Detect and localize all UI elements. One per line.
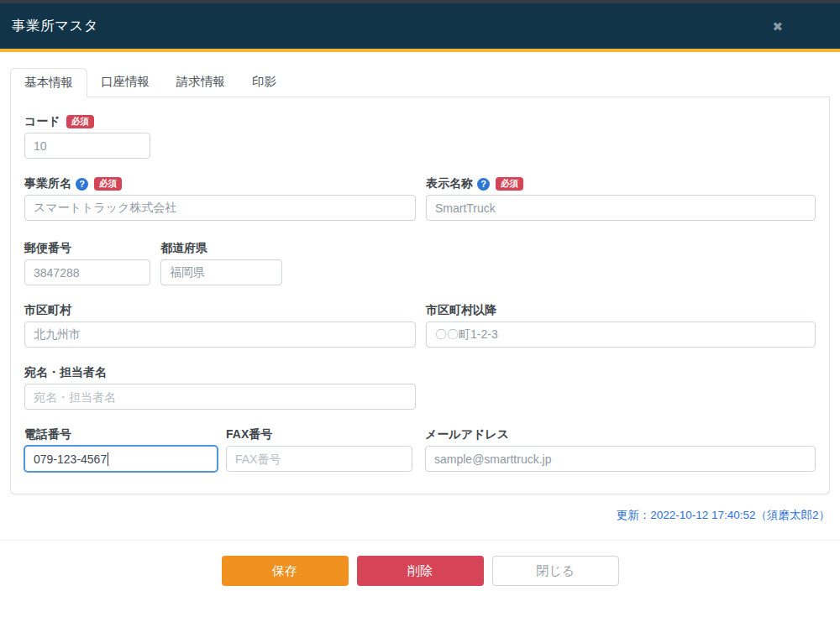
code-input[interactable] [24, 133, 150, 159]
field-fax: FAX番号 [226, 427, 412, 472]
fax-input[interactable] [226, 446, 412, 472]
delete-button[interactable]: 削除 [357, 556, 484, 586]
field-postal-code: 郵便番号 [24, 241, 150, 285]
tab-account-info[interactable]: 口座情報 [87, 68, 163, 97]
footer-buttons: 保存 削除 閉じる [0, 556, 840, 586]
phone-label: 電話番号 [24, 427, 71, 442]
postal-code-label: 郵便番号 [24, 241, 71, 256]
code-label: コード [24, 114, 60, 129]
row-contact: 電話番号 079-123-4567 FAX番号 メールアドレス [24, 427, 816, 472]
row-postal: 郵便番号 都道府県 [24, 241, 816, 285]
footer-divider [0, 540, 840, 541]
address-after-city-label: 市区町村以降 [426, 303, 496, 318]
help-icon[interactable]: ? [477, 178, 490, 191]
required-badge: 必須 [496, 177, 523, 191]
row-city: 市区町村 市区町村以降 [24, 303, 816, 348]
close-button[interactable]: 閉じる [492, 556, 619, 586]
email-label: メールアドレス [425, 427, 509, 442]
tab-seal[interactable]: 印影 [239, 68, 290, 97]
tab-bar: 基本情報 口座情報 請求情報 印影 [10, 68, 830, 97]
attention-name-label: 宛名・担当者名 [24, 365, 107, 380]
postal-code-input[interactable] [24, 259, 150, 285]
modal-title: 事業所マスタ [12, 17, 98, 35]
field-city: 市区町村 [24, 303, 416, 348]
field-display-name: 表示名称 ? 必須 [426, 176, 816, 221]
tab-billing-info[interactable]: 請求情報 [163, 68, 239, 97]
modal-body: 基本情報 口座情報 請求情報 印影 コード 必須 事業所名 ? 必須 [0, 68, 840, 494]
updated-timestamp: 更新：2022-10-12 17:40:52（須磨太郎2） [0, 508, 840, 523]
row-names: 事業所名 ? 必須 表示名称 ? 必須 [24, 176, 816, 221]
field-email: メールアドレス [425, 427, 816, 472]
address-after-city-input[interactable] [426, 322, 816, 348]
fax-label: FAX番号 [226, 427, 272, 442]
email-input[interactable] [425, 446, 816, 472]
field-code: コード 必須 [24, 114, 150, 159]
close-icon[interactable]: ✖ [767, 17, 788, 36]
prefecture-input[interactable] [160, 259, 282, 285]
field-address-after-city: 市区町村以降 [426, 303, 816, 348]
office-name-input[interactable] [24, 195, 416, 221]
city-label: 市区町村 [24, 303, 71, 318]
field-attention-name: 宛名・担当者名 [24, 365, 416, 410]
help-icon[interactable]: ? [76, 178, 88, 191]
field-phone: 電話番号 079-123-4567 [24, 427, 218, 472]
required-badge: 必須 [94, 177, 122, 191]
tab-basic-info[interactable]: 基本情報 [10, 68, 87, 97]
required-badge: 必須 [66, 115, 94, 129]
attention-name-input[interactable] [24, 384, 416, 410]
text-caret [108, 452, 108, 466]
row-attention-name: 宛名・担当者名 [24, 365, 816, 410]
form-card: コード 必須 事業所名 ? 必須 表示名称 ? 必須 [10, 97, 830, 494]
display-name-input[interactable] [426, 195, 816, 221]
phone-input[interactable]: 079-123-4567 [24, 446, 218, 472]
office-name-label: 事業所名 [24, 176, 71, 191]
display-name-label: 表示名称 [426, 176, 473, 191]
field-prefecture: 都道府県 [160, 241, 282, 285]
phone-value: 079-123-4567 [34, 452, 107, 466]
row-code: コード 必須 [24, 114, 816, 159]
field-office-name: 事業所名 ? 必須 [24, 176, 416, 221]
city-input[interactable] [24, 322, 416, 348]
save-button[interactable]: 保存 [222, 556, 349, 586]
modal-header: 事業所マスタ ✖ [0, 3, 840, 52]
prefecture-label: 都道府県 [160, 241, 207, 256]
